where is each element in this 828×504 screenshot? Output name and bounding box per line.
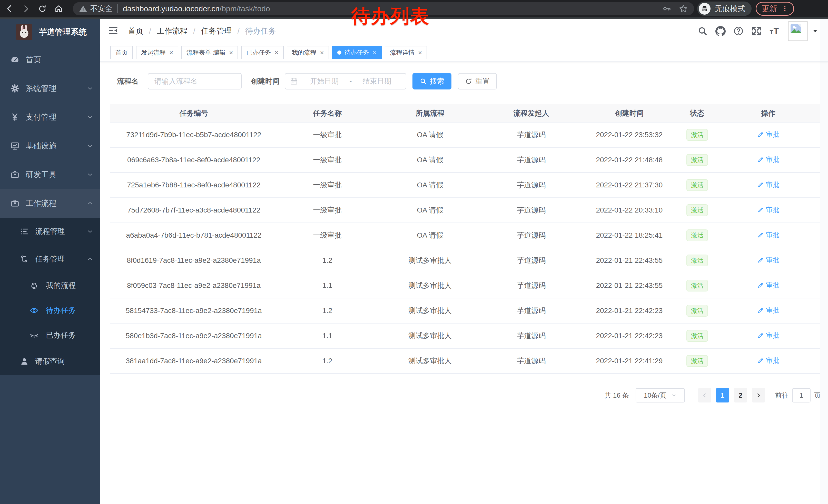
tab-my-process[interactable]: 我的流程× bbox=[287, 46, 329, 59]
next-page-button[interactable] bbox=[752, 388, 765, 403]
hamburger-icon[interactable] bbox=[108, 25, 120, 37]
cell-status: 激活 bbox=[679, 273, 716, 298]
security-label[interactable]: 不安全 bbox=[90, 4, 113, 14]
tab-done-task[interactable]: 已办任务× bbox=[241, 46, 283, 59]
page-size-select[interactable]: 10条/页 bbox=[636, 388, 685, 403]
close-icon[interactable]: × bbox=[229, 49, 233, 56]
reset-button[interactable]: 重置 bbox=[458, 73, 497, 89]
sidebar-item-my-process[interactable]: 我的流程 bbox=[0, 273, 100, 298]
approve-link[interactable]: 审批 bbox=[757, 230, 779, 239]
chevron-right-icon bbox=[755, 392, 761, 398]
page-button-2[interactable]: 2 bbox=[734, 388, 747, 403]
sidebar-item-done-task[interactable]: 已办任务 bbox=[0, 323, 100, 348]
cell-name: 1.2 bbox=[277, 248, 378, 273]
tab-label: 已办任务 bbox=[246, 48, 271, 57]
approve-link[interactable]: 审批 bbox=[757, 356, 779, 365]
cell-status: 激活 bbox=[679, 122, 716, 147]
close-icon[interactable]: × bbox=[320, 49, 324, 56]
caret-down-icon[interactable] bbox=[812, 28, 818, 34]
cell-process: 测试多审批人 bbox=[378, 273, 483, 298]
tabs-bar: 首页发起流程×流程表单-编辑×已办任务×我的流程×待办任务×流程详情× bbox=[100, 43, 828, 62]
incognito-label: 无痕模式 bbox=[715, 4, 745, 14]
sidebar-item-home[interactable]: 首页 bbox=[0, 45, 100, 74]
cell-action: 审批 bbox=[716, 298, 821, 323]
close-icon[interactable]: × bbox=[373, 49, 377, 56]
scrollbar-track[interactable] bbox=[820, 19, 828, 504]
sidebar-item-infrastructure[interactable]: 基础设施 bbox=[0, 132, 100, 160]
approve-link[interactable]: 审批 bbox=[757, 130, 779, 139]
fullscreen-icon[interactable] bbox=[750, 25, 762, 37]
cell-action: 审批 bbox=[716, 273, 821, 298]
approve-link[interactable]: 审批 bbox=[757, 205, 779, 214]
sidebar-item-task-mgmt[interactable]: 任务管理 bbox=[0, 245, 100, 273]
bookmark-star-icon[interactable] bbox=[679, 4, 688, 13]
kebab-menu-icon[interactable] bbox=[782, 5, 788, 12]
tab-home[interactable]: 首页 bbox=[110, 46, 133, 59]
search-icon[interactable] bbox=[697, 25, 708, 37]
approve-link[interactable]: 审批 bbox=[757, 180, 779, 189]
sidebar-item-workflow[interactable]: 工作流程 bbox=[0, 189, 100, 218]
sidebar-item-process-mgmt[interactable]: 流程管理 bbox=[0, 218, 100, 245]
search-button[interactable]: 搜索 bbox=[412, 73, 451, 89]
process-name-input[interactable] bbox=[148, 73, 242, 89]
status-badge: 激活 bbox=[687, 229, 708, 241]
help-icon[interactable] bbox=[733, 25, 744, 37]
tab-process-detail[interactable]: 流程详情× bbox=[385, 46, 427, 59]
browser-forward-icon[interactable] bbox=[20, 3, 32, 15]
column-header: 任务编号 bbox=[110, 104, 277, 122]
key-icon[interactable] bbox=[662, 4, 671, 13]
close-icon[interactable]: × bbox=[418, 49, 422, 56]
approve-link[interactable]: 审批 bbox=[757, 256, 779, 265]
status-badge: 激活 bbox=[687, 280, 708, 291]
sidebar-item-leave-query[interactable]: 请假查询 bbox=[0, 348, 100, 375]
end-date-input[interactable] bbox=[353, 77, 401, 86]
close-icon[interactable]: × bbox=[169, 49, 173, 56]
date-range-picker[interactable]: - bbox=[285, 73, 406, 89]
sidebar-item-payment-mgmt[interactable]: 支付管理 bbox=[0, 103, 100, 132]
approve-link[interactable]: 审批 bbox=[757, 306, 779, 315]
app-logo[interactable]: 芋道管理系统 bbox=[0, 19, 100, 45]
goto-page-input[interactable] bbox=[792, 388, 811, 403]
font-size-icon[interactable]: TT bbox=[769, 25, 780, 37]
sidebar-item-todo-task[interactable]: 待办任务 bbox=[0, 298, 100, 323]
breadcrumb-item: 待办任务 bbox=[245, 26, 276, 36]
approve-link[interactable]: 审批 bbox=[757, 155, 779, 164]
start-date-input[interactable] bbox=[300, 77, 348, 86]
cell-name: 1.1 bbox=[277, 273, 378, 298]
task-table: 任务编号任务名称所属流程流程发起人创建时间状态操作 73211d9d-7b9b-… bbox=[110, 104, 821, 374]
approve-label: 审批 bbox=[766, 256, 779, 265]
sidebar-item-dev-tools[interactable]: 研发工具 bbox=[0, 160, 100, 189]
browser-reload-icon[interactable] bbox=[36, 3, 48, 15]
prev-page-button[interactable] bbox=[698, 388, 711, 403]
breadcrumb-item[interactable]: 任务管理 bbox=[201, 26, 232, 36]
table-row: 8f0d1619-7ac8-11ec-a9e2-a2380e71991a1.2测… bbox=[110, 248, 821, 273]
approve-label: 审批 bbox=[766, 205, 779, 214]
breadcrumb-item[interactable]: 工作流程 bbox=[157, 26, 188, 36]
cell-status: 激活 bbox=[679, 173, 716, 198]
edit-icon bbox=[757, 207, 764, 213]
tab-todo-task[interactable]: 待办任务× bbox=[332, 46, 382, 59]
close-icon[interactable]: × bbox=[275, 49, 278, 56]
browser-back-icon[interactable] bbox=[4, 3, 15, 15]
date-range-separator: - bbox=[348, 77, 353, 85]
update-button[interactable]: 更新 bbox=[756, 2, 794, 16]
breadcrumb-item[interactable]: 首页 bbox=[128, 26, 143, 36]
page-button-1[interactable]: 1 bbox=[716, 388, 729, 403]
approve-link[interactable]: 审批 bbox=[757, 281, 779, 290]
tab-form-edit[interactable]: 流程表单-编辑× bbox=[181, 46, 238, 59]
github-icon[interactable] bbox=[715, 25, 727, 37]
sidebar-item-system-mgmt[interactable]: 系统管理 bbox=[0, 74, 100, 103]
browser-home-icon[interactable] bbox=[53, 3, 65, 15]
status-badge: 激活 bbox=[687, 255, 708, 266]
sidebar-item-label: 待办任务 bbox=[46, 305, 94, 316]
chevron-down-icon bbox=[86, 85, 94, 92]
cell-time: 2022-01-21 22:43:55 bbox=[580, 248, 679, 273]
tab-label: 我的流程 bbox=[292, 48, 317, 57]
approve-link[interactable]: 审批 bbox=[757, 331, 779, 340]
cell-starter: 芋道源码 bbox=[483, 147, 580, 173]
avatar[interactable] bbox=[788, 21, 808, 41]
tab-initiate-process[interactable]: 发起流程× bbox=[136, 46, 178, 59]
sidebar-menu: 首页系统管理支付管理基础设施研发工具工作流程流程管理任务管理我的流程待办任务已办… bbox=[0, 45, 100, 504]
edit-icon bbox=[757, 357, 764, 364]
edit-icon bbox=[757, 131, 764, 138]
